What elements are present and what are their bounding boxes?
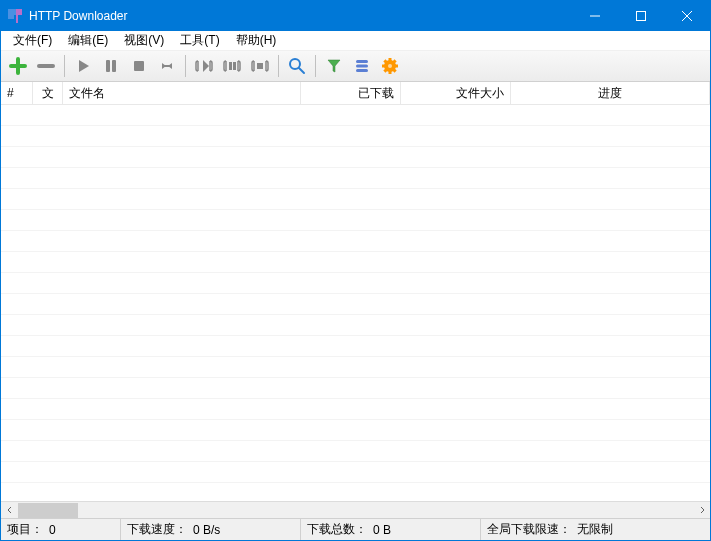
menu-help[interactable]: 帮助(H) (228, 30, 285, 51)
status-items-value: 0 (49, 523, 56, 537)
column-type[interactable]: 文 (33, 82, 63, 104)
minimize-button[interactable] (572, 1, 618, 31)
column-filename[interactable]: 文件名 (63, 82, 301, 104)
toolbar-separator (278, 55, 279, 77)
status-limit-label: 全局下载限速： (487, 521, 571, 538)
stop-all-button[interactable] (219, 53, 245, 79)
settings-button[interactable] (377, 53, 403, 79)
start-button[interactable] (70, 53, 96, 79)
titlebar: HTTP Downloader (1, 1, 710, 31)
svg-rect-0 (8, 9, 14, 19)
remove-button[interactable] (33, 53, 59, 79)
scroll-left-icon[interactable] (1, 502, 18, 519)
menu-view[interactable]: 视图(V) (116, 30, 172, 51)
svg-rect-5 (637, 12, 646, 21)
pause-all-button[interactable] (191, 53, 217, 79)
horizontal-scrollbar[interactable] (1, 501, 710, 518)
close-button[interactable] (664, 1, 710, 31)
svg-point-25 (388, 64, 392, 68)
svg-rect-9 (112, 60, 116, 72)
restart-all-button[interactable] (247, 53, 273, 79)
menu-file[interactable]: 文件(F) (5, 30, 60, 51)
app-window: HTTP Downloader 文件(F) 编辑(E) 视图(V) 工具(T) … (0, 0, 711, 541)
svg-rect-16 (356, 60, 368, 63)
maximize-button[interactable] (618, 1, 664, 31)
svg-line-15 (299, 68, 304, 73)
menubar: 文件(F) 编辑(E) 视图(V) 工具(T) 帮助(H) (1, 31, 710, 51)
table-body[interactable] (1, 105, 710, 501)
status-total: 下载总数： 0 B (301, 519, 481, 540)
svg-rect-18 (356, 69, 368, 72)
menu-edit[interactable]: 编辑(E) (60, 30, 116, 51)
window-controls (572, 1, 710, 31)
status-speed: 下载速度： 0 B/s (121, 519, 301, 540)
status-total-value: 0 B (373, 523, 391, 537)
app-icon (7, 8, 23, 24)
restart-button[interactable] (154, 53, 180, 79)
status-speed-label: 下载速度： (127, 521, 187, 538)
status-total-label: 下载总数： (307, 521, 367, 538)
status-items-label: 项目： (7, 521, 43, 538)
toolbar-separator (315, 55, 316, 77)
add-button[interactable] (5, 53, 31, 79)
status-speed-value: 0 B/s (193, 523, 220, 537)
svg-rect-1 (14, 9, 16, 15)
scroll-right-icon[interactable] (693, 502, 710, 519)
table-header: # 文 文件名 已下载 文件大小 进度 (1, 82, 710, 105)
status-items: 项目： 0 (1, 519, 121, 540)
svg-rect-17 (356, 65, 368, 68)
toolbar-separator (185, 55, 186, 77)
column-number[interactable]: # (1, 82, 33, 104)
statusbar: 项目： 0 下载速度： 0 B/s 下载总数： 0 B 全局下载限速： 无限制 (1, 518, 710, 540)
search-button[interactable] (284, 53, 310, 79)
svg-rect-3 (16, 15, 18, 23)
pause-button[interactable] (98, 53, 124, 79)
svg-rect-8 (106, 60, 110, 72)
column-filesize[interactable]: 文件大小 (401, 82, 511, 104)
svg-rect-10 (134, 61, 144, 71)
stop-button[interactable] (126, 53, 152, 79)
status-limit-value: 无限制 (577, 521, 613, 538)
toolbar-separator (64, 55, 65, 77)
filter-button[interactable] (321, 53, 347, 79)
svg-rect-12 (233, 62, 236, 70)
column-downloaded[interactable]: 已下载 (301, 82, 401, 104)
menu-tools[interactable]: 工具(T) (172, 30, 227, 51)
svg-rect-11 (229, 62, 232, 70)
queue-button[interactable] (349, 53, 375, 79)
status-limit: 全局下载限速： 无限制 (481, 519, 710, 540)
svg-rect-2 (16, 9, 22, 15)
svg-rect-13 (257, 63, 263, 69)
window-title: HTTP Downloader (29, 9, 572, 23)
toolbar (1, 51, 710, 82)
column-progress[interactable]: 进度 (511, 82, 710, 104)
scroll-thumb[interactable] (18, 503, 78, 518)
